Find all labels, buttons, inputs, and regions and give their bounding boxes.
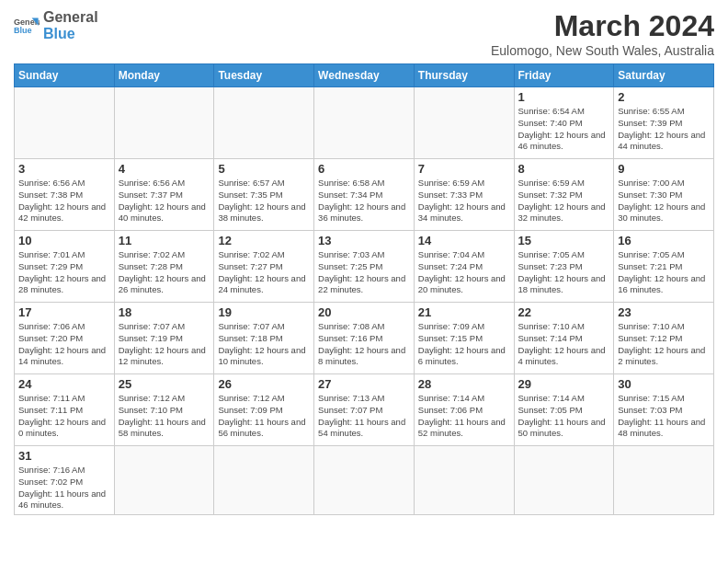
col-header-saturday: Saturday xyxy=(614,64,714,87)
calendar-cell: 30Sunrise: 7:15 AMSunset: 7:03 PMDayligh… xyxy=(614,374,714,446)
day-info: Sunrise: 7:10 AMSunset: 7:14 PMDaylight:… xyxy=(518,321,610,368)
day-number: 5 xyxy=(218,162,310,176)
calendar-cell: 24Sunrise: 7:11 AMSunset: 7:11 PMDayligh… xyxy=(15,374,115,446)
calendar-cell: 10Sunrise: 7:01 AMSunset: 7:29 PMDayligh… xyxy=(15,231,115,303)
calendar-cell: 7Sunrise: 6:59 AMSunset: 7:33 PMDaylight… xyxy=(414,159,514,231)
day-number: 10 xyxy=(18,234,110,247)
day-number: 25 xyxy=(119,377,210,391)
calendar-week-row: 17Sunrise: 7:06 AMSunset: 7:20 PMDayligh… xyxy=(15,303,714,374)
calendar-cell: 27Sunrise: 7:13 AMSunset: 7:07 PMDayligh… xyxy=(314,374,415,446)
logo-blue: Blue xyxy=(43,26,98,42)
calendar-cell: 6Sunrise: 6:58 AMSunset: 7:34 PMDaylight… xyxy=(314,159,415,231)
day-number: 16 xyxy=(618,234,710,247)
day-info: Sunrise: 7:07 AMSunset: 7:19 PMDaylight:… xyxy=(119,321,210,368)
calendar-cell xyxy=(214,446,314,515)
calendar-cell: 4Sunrise: 6:56 AMSunset: 7:37 PMDaylight… xyxy=(114,159,214,231)
col-header-thursday: Thursday xyxy=(414,64,514,87)
calendar-week-row: 1Sunrise: 6:54 AMSunset: 7:40 PMDaylight… xyxy=(15,87,714,159)
calendar-cell: 12Sunrise: 7:02 AMSunset: 7:27 PMDayligh… xyxy=(214,231,314,303)
day-info: Sunrise: 7:00 AMSunset: 7:30 PMDaylight:… xyxy=(618,178,710,224)
day-info: Sunrise: 7:14 AMSunset: 7:05 PMDaylight:… xyxy=(518,393,610,440)
calendar-cell: 20Sunrise: 7:08 AMSunset: 7:16 PMDayligh… xyxy=(314,303,415,374)
day-info: Sunrise: 7:02 AMSunset: 7:28 PMDaylight:… xyxy=(119,249,210,296)
calendar-cell: 21Sunrise: 7:09 AMSunset: 7:15 PMDayligh… xyxy=(414,303,514,374)
calendar-cell: 2Sunrise: 6:55 AMSunset: 7:39 PMDaylight… xyxy=(614,87,714,159)
calendar-cell: 1Sunrise: 6:54 AMSunset: 7:40 PMDaylight… xyxy=(514,87,614,159)
day-info: Sunrise: 6:56 AMSunset: 7:38 PMDaylight:… xyxy=(18,178,110,224)
day-info: Sunrise: 7:16 AMSunset: 7:02 PMDaylight:… xyxy=(18,465,110,511)
col-header-tuesday: Tuesday xyxy=(214,64,314,87)
calendar-cell: 29Sunrise: 7:14 AMSunset: 7:05 PMDayligh… xyxy=(514,374,614,446)
day-number: 28 xyxy=(418,377,510,391)
day-info: Sunrise: 7:05 AMSunset: 7:21 PMDaylight:… xyxy=(618,249,710,296)
day-info: Sunrise: 7:02 AMSunset: 7:27 PMDaylight:… xyxy=(218,249,310,296)
day-info: Sunrise: 6:55 AMSunset: 7:39 PMDaylight:… xyxy=(618,106,710,153)
calendar-cell: 26Sunrise: 7:12 AMSunset: 7:09 PMDayligh… xyxy=(214,374,314,446)
calendar-cell: 14Sunrise: 7:04 AMSunset: 7:24 PMDayligh… xyxy=(414,231,514,303)
calendar-cell xyxy=(314,87,415,159)
day-number: 9 xyxy=(618,162,710,176)
day-info: Sunrise: 6:59 AMSunset: 7:32 PMDaylight:… xyxy=(518,178,610,224)
day-info: Sunrise: 7:11 AMSunset: 7:11 PMDaylight:… xyxy=(18,393,110,440)
day-number: 8 xyxy=(518,162,610,176)
calendar-cell: 15Sunrise: 7:05 AMSunset: 7:23 PMDayligh… xyxy=(514,231,614,303)
day-number: 14 xyxy=(418,234,510,247)
calendar-week-row: 31Sunrise: 7:16 AMSunset: 7:02 PMDayligh… xyxy=(15,446,714,515)
day-number: 31 xyxy=(18,449,110,463)
calendar-cell xyxy=(15,87,115,159)
calendar-cell xyxy=(114,446,214,515)
col-header-wednesday: Wednesday xyxy=(314,64,415,87)
day-number: 17 xyxy=(18,305,110,319)
page-subtitle: Eulomogo, New South Wales, Australia xyxy=(491,43,714,58)
day-info: Sunrise: 7:08 AMSunset: 7:16 PMDaylight:… xyxy=(318,321,410,368)
day-info: Sunrise: 7:10 AMSunset: 7:12 PMDaylight:… xyxy=(618,321,710,368)
calendar-cell xyxy=(414,87,514,159)
header: General Blue General Blue March 2024 Eul… xyxy=(14,9,714,58)
day-info: Sunrise: 6:57 AMSunset: 7:35 PMDaylight:… xyxy=(218,178,310,224)
day-info: Sunrise: 7:04 AMSunset: 7:24 PMDaylight:… xyxy=(418,249,510,296)
day-number: 18 xyxy=(119,305,210,319)
calendar-cell: 3Sunrise: 6:56 AMSunset: 7:38 PMDaylight… xyxy=(15,159,115,231)
day-info: Sunrise: 7:01 AMSunset: 7:29 PMDaylight:… xyxy=(18,249,110,296)
day-number: 4 xyxy=(119,162,210,176)
col-header-sunday: Sunday xyxy=(15,64,115,87)
day-number: 12 xyxy=(218,234,310,247)
day-info: Sunrise: 7:12 AMSunset: 7:10 PMDaylight:… xyxy=(119,393,210,440)
day-info: Sunrise: 7:09 AMSunset: 7:15 PMDaylight:… xyxy=(418,321,510,368)
day-number: 2 xyxy=(618,90,710,104)
calendar-week-row: 10Sunrise: 7:01 AMSunset: 7:29 PMDayligh… xyxy=(15,231,714,303)
day-number: 27 xyxy=(318,377,410,391)
calendar-cell: 18Sunrise: 7:07 AMSunset: 7:19 PMDayligh… xyxy=(114,303,214,374)
calendar-cell: 11Sunrise: 7:02 AMSunset: 7:28 PMDayligh… xyxy=(114,231,214,303)
day-number: 23 xyxy=(618,305,710,319)
title-block: March 2024 Eulomogo, New South Wales, Au… xyxy=(491,9,714,58)
day-number: 7 xyxy=(418,162,510,176)
calendar-cell: 8Sunrise: 6:59 AMSunset: 7:32 PMDaylight… xyxy=(514,159,614,231)
day-number: 21 xyxy=(418,305,510,319)
day-number: 6 xyxy=(318,162,410,176)
calendar-week-row: 24Sunrise: 7:11 AMSunset: 7:11 PMDayligh… xyxy=(15,374,714,446)
calendar-cell xyxy=(114,87,214,159)
calendar-cell: 17Sunrise: 7:06 AMSunset: 7:20 PMDayligh… xyxy=(15,303,115,374)
day-number: 3 xyxy=(18,162,110,176)
calendar-cell: 22Sunrise: 7:10 AMSunset: 7:14 PMDayligh… xyxy=(514,303,614,374)
calendar-cell: 19Sunrise: 7:07 AMSunset: 7:18 PMDayligh… xyxy=(214,303,314,374)
day-number: 22 xyxy=(518,305,610,319)
day-number: 11 xyxy=(119,234,210,247)
day-info: Sunrise: 7:03 AMSunset: 7:25 PMDaylight:… xyxy=(318,249,410,296)
day-info: Sunrise: 7:06 AMSunset: 7:20 PMDaylight:… xyxy=(18,321,110,368)
day-number: 1 xyxy=(518,90,610,104)
calendar-cell: 25Sunrise: 7:12 AMSunset: 7:10 PMDayligh… xyxy=(114,374,214,446)
day-info: Sunrise: 7:12 AMSunset: 7:09 PMDaylight:… xyxy=(218,393,310,440)
day-info: Sunrise: 6:54 AMSunset: 7:40 PMDaylight:… xyxy=(518,106,610,153)
day-number: 20 xyxy=(318,305,410,319)
day-number: 24 xyxy=(18,377,110,391)
svg-text:Blue: Blue xyxy=(14,26,32,35)
calendar-cell xyxy=(614,446,714,515)
calendar-cell: 16Sunrise: 7:05 AMSunset: 7:21 PMDayligh… xyxy=(614,231,714,303)
calendar-header-row: SundayMondayTuesdayWednesdayThursdayFrid… xyxy=(15,64,714,87)
calendar-cell xyxy=(414,446,514,515)
day-info: Sunrise: 6:59 AMSunset: 7:33 PMDaylight:… xyxy=(418,178,510,224)
day-number: 29 xyxy=(518,377,610,391)
day-number: 19 xyxy=(218,305,310,319)
